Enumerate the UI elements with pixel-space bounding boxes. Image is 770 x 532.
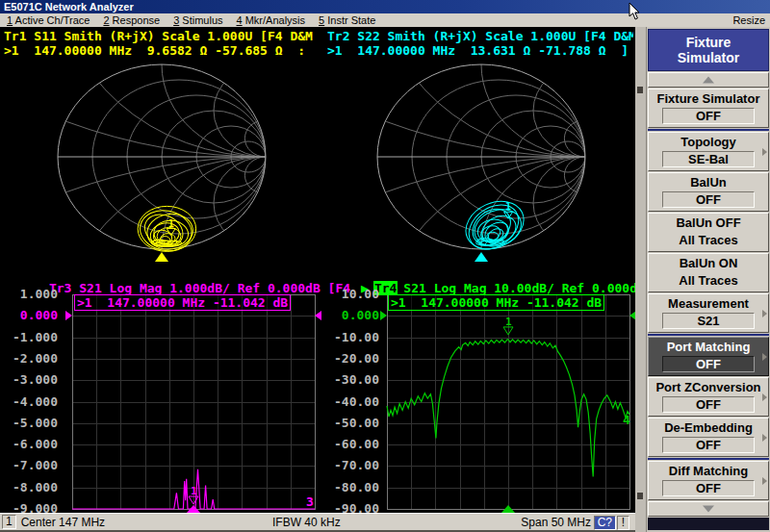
y-axis-label: 0.000 [2, 308, 58, 322]
svg-text:1: 1 [191, 485, 197, 497]
tr2-title[interactable]: Tr2 S22 Smith (R+jX) Scale 1.000U [F4 D&… [327, 29, 633, 43]
softkey-sidebar: Fixture Simulator Fixture SimulatorOFFTo… [635, 27, 770, 532]
y-axis-label: -2.000 [2, 351, 58, 366]
y-axis-label: 10.00 [323, 287, 379, 301]
tr2-marker-readout: >1 147.00000 MHz 13.631 Ω -71.788 Ω ] [327, 43, 633, 58]
softkey-label: BalUn OFF [649, 215, 768, 232]
y-axis-label: 0.000 [323, 308, 379, 322]
svg-text:4: 4 [623, 413, 630, 427]
tr1-marker-readout: >1 147.00000 MHz 9.6582 Ω -57.685 Ω : [4, 43, 325, 58]
channel-indicator: 1 [2, 515, 16, 529]
y-axis-label: -1.000 [2, 330, 58, 344]
softkey-value: OFF [662, 437, 755, 453]
y-axis-label: -8.000 [2, 480, 58, 494]
softkey-balun[interactable]: BalUnOFF [648, 172, 769, 212]
y-axis-label: -5.000 [2, 416, 58, 430]
softkey-balun-off[interactable]: BalUn OFFAll Traces [648, 213, 769, 252]
menu-item-active-ch-trace[interactable]: 1 Active Ch/Trace [0, 14, 96, 26]
submenu-arrow-icon [762, 434, 767, 442]
softkey-value: OFF [662, 191, 755, 208]
y-axis-label: -60.00 [323, 437, 379, 451]
softkey-value: S21 [662, 313, 755, 329]
y-axis-label: -9.000 [2, 501, 58, 513]
softkey-group-separator [648, 129, 769, 131]
softkey-label: Diff Matching [649, 463, 768, 480]
y-axis-label: -90.00 [323, 501, 379, 513]
softkey-port-matching[interactable]: Port MatchingOFF [648, 337, 769, 376]
svg-text:1: 1 [505, 201, 511, 212]
menu-item-stimulus[interactable]: 3 Stimulus [167, 14, 229, 26]
y-axis-label: -7.000 [2, 458, 58, 472]
y-axis-label: -70.00 [323, 458, 379, 472]
tr4-marker-box: >1 147.00000 MHz -11.042 dB [388, 294, 604, 311]
softkey-fixture-simulator[interactable]: Fixture SimulatorOFF [648, 89, 769, 128]
softkey-de-embedding[interactable]: De-EmbeddingOFF [648, 418, 769, 457]
softkey-value: SE-Bal [662, 151, 755, 167]
application-window: E5071C Network Analyzer 1 Active Ch/Trac… [0, 0, 770, 532]
softkey-label: Measurement [649, 295, 768, 313]
y-axis-label: -4.000 [2, 394, 58, 409]
submenu-arrow-icon [762, 393, 767, 401]
menu-item-mkr-analysis[interactable]: 4 Mkr/Analysis [230, 14, 313, 26]
softkey-panel-title: Fixture Simulator [648, 29, 769, 71]
tr1-title[interactable]: Tr1 S11 Smith (R+jX) Scale 1.000U [F4 D&… [4, 29, 325, 43]
scroll-down-icon [703, 506, 714, 513]
softkey-value: OFF [662, 480, 755, 496]
softkey-label: Port Matching [649, 339, 768, 356]
softkey-label: Fixture Simulator [649, 90, 768, 108]
scroll-up-icon [703, 77, 714, 84]
tr3-title[interactable]: Tr3 S21 Log Mag 1.000dB/ Ref 0.000dB [F4 [49, 281, 350, 295]
tr4-title[interactable]: S21 Log Mag 10.00dB/ Ref 0.000dB [F4 [403, 281, 635, 295]
softkey-topology[interactable]: TopologySE-Bal [648, 132, 769, 171]
y-axis-label: -3.000 [2, 372, 58, 387]
span-label: Span 50 MHz [521, 516, 591, 529]
gutter-tick-top [637, 87, 643, 93]
softkey-diff-matching[interactable]: Diff MatchingOFF [648, 461, 769, 500]
softkey-scroll-down-button[interactable] [648, 501, 769, 517]
window-title: E5071C Network Analyzer [4, 1, 134, 13]
y-axis-label: -50.00 [323, 416, 379, 430]
softkey-label: Port ZConversion [649, 379, 768, 396]
menu-bar: 1 Active Ch/Trace2 Response3 Stimulus4 M… [0, 13, 770, 28]
softkey-port-zconversion[interactable]: Port ZConversionOFF [648, 377, 769, 417]
softkey-label-line2: All Traces [649, 232, 768, 249]
svg-text:1: 1 [168, 218, 174, 229]
softkey-measurement[interactable]: MeasurementS21 [648, 293, 769, 333]
softkey-label: Topology [649, 134, 768, 151]
y-axis-label: -80.00 [323, 480, 379, 494]
tr3-marker-box: >1 147.00000 MHz -11.042 dB [74, 294, 291, 311]
softkey-value: OFF [662, 108, 755, 124]
calibration-badge: C? [594, 516, 616, 530]
softkey-label: BalUn [649, 174, 768, 191]
submenu-arrow-icon [762, 353, 767, 361]
softkey-value: OFF [662, 356, 755, 372]
menu-item-response[interactable]: 2 Response [96, 14, 167, 26]
y-axis-label: -40.00 [323, 394, 379, 409]
softkey-scroll-up-button[interactable] [648, 72, 769, 88]
warning-badge: ! [617, 516, 629, 530]
status-bar: 1 Center 147 MHz IFBW 40 kHz Span 50 MHz… [0, 513, 635, 532]
title-bar: E5071C Network Analyzer [0, 0, 770, 13]
submenu-arrow-icon [762, 477, 767, 485]
y-axis-label: -10.00 [323, 330, 379, 344]
softkey-label: De-Embedding [649, 419, 768, 437]
submenu-arrow-icon [762, 148, 767, 156]
softkey-balun-on[interactable]: BalUn ONAll Traces [648, 253, 769, 292]
submenu-arrow-icon [762, 310, 767, 317]
y-axis-label: 1.000 [2, 287, 58, 301]
menu-item-instr-state[interactable]: 5 Instr State [312, 14, 382, 26]
instrument-display: 111314 Tr1 S11 Smith (R+jX) Scale 1.000U… [0, 27, 635, 513]
svg-text:3: 3 [306, 494, 314, 509]
ifbw-label: IFBW 40 kHz [272, 516, 341, 529]
softkey-group-separator [648, 334, 769, 336]
softkey-value: OFF [662, 396, 755, 413]
y-axis-label: -30.00 [323, 372, 379, 387]
softkey-group-separator [648, 458, 769, 460]
resize-button[interactable]: Resize [732, 13, 765, 28]
gutter-tick-bottom [637, 493, 643, 499]
svg-text:1: 1 [505, 316, 512, 328]
softkey-scroll-gutter[interactable] [635, 27, 647, 532]
y-axis-label: -20.00 [323, 351, 379, 366]
softkey-label-line2: All Traces [649, 272, 768, 290]
center-frequency-label: Center 147 MHz [21, 516, 105, 529]
